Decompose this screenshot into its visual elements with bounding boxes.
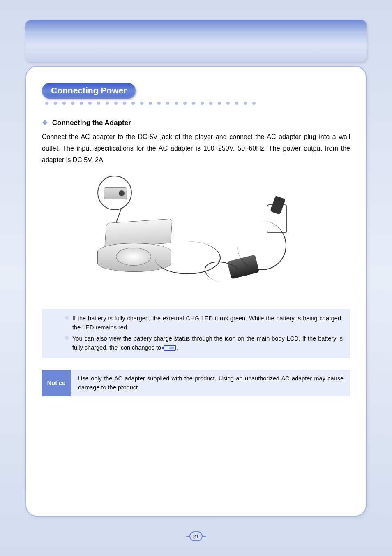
tip-box: If the battery is fully charged, the ext…	[42, 309, 350, 358]
section-header-row: Connecting Power	[42, 83, 350, 107]
dotted-divider	[45, 99, 261, 107]
section-title: Connecting Power	[51, 86, 127, 95]
page-number-badge: 21	[189, 531, 203, 541]
power-cord	[237, 221, 286, 270]
dc-5v-jack-icon	[119, 190, 125, 196]
bullet-dot-icon	[65, 336, 69, 340]
subsection-heading: ❖ Connecting the Adapter	[42, 119, 350, 127]
diamond-bullet-icon: ❖	[42, 119, 48, 126]
body-paragraph: Connect the AC adapter to the DC-5V jack…	[42, 131, 350, 166]
content-frame: Connecting Power ❖ Connecting the Adapte…	[25, 66, 367, 517]
battery-full-icon	[164, 345, 176, 351]
tip-item: If the battery is fully charged, the ext…	[65, 314, 343, 332]
dc-jack-callout-circle	[97, 176, 132, 210]
notice-box: Notice Use only the AC adapter supplied …	[42, 370, 350, 396]
page-number: 21	[193, 533, 199, 540]
subsection-title: Connecting the Adapter	[52, 119, 131, 127]
tip-text: If the battery is fully charged, the ext…	[72, 315, 343, 331]
tip-tail: .	[177, 344, 178, 351]
notice-label: Notice	[42, 370, 71, 396]
tip-item: You can also view the battery charge sta…	[65, 334, 343, 352]
power-cord	[155, 241, 221, 274]
notice-text: Use only the AC adapter supplied with th…	[71, 370, 350, 396]
adapter-connection-illustration	[97, 176, 295, 299]
bullet-dot-icon	[65, 316, 69, 320]
tip-text: You can also view the battery charge sta…	[72, 335, 343, 351]
top-banner	[25, 20, 367, 62]
section-title-pill: Connecting Power	[42, 83, 136, 99]
